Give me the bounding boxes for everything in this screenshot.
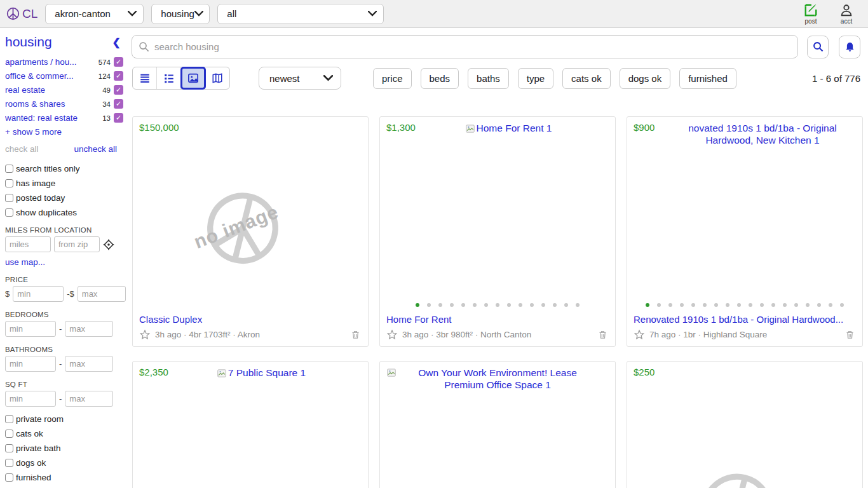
zip-input[interactable] [54, 236, 100, 252]
geolocate-icon[interactable] [103, 239, 114, 250]
listing-card[interactable]: $2,350 7 Public Square 1 [132, 361, 369, 488]
filter-price-button[interactable]: price [373, 68, 412, 89]
carousel-dot[interactable] [771, 303, 775, 307]
filter-beds-button[interactable]: beds [421, 68, 459, 89]
miles-input[interactable] [5, 236, 51, 252]
search-button[interactable] [807, 36, 829, 58]
carousel-dot[interactable] [691, 303, 695, 307]
account-button[interactable]: acct [832, 3, 860, 25]
section-select[interactable]: housing [151, 4, 210, 24]
carousel-dot[interactable] [553, 303, 557, 307]
filter-cats-ok-button[interactable]: cats ok [562, 68, 611, 89]
carousel-dot[interactable] [726, 303, 729, 307]
listing-title[interactable]: Classic Duplex [133, 314, 368, 325]
listing-title[interactable]: Renovated 1910s 1 bd/1ba - Original Hard… [627, 314, 862, 325]
toggle-private-room[interactable]: private room [5, 414, 123, 424]
carousel-dots[interactable] [627, 302, 862, 308]
checkbox[interactable] [5, 473, 13, 482]
checkbox[interactable] [5, 194, 13, 202]
toggle-show-duplicates[interactable]: show duplicates [5, 208, 123, 217]
category-select[interactable]: all [217, 4, 384, 24]
trash-icon[interactable] [845, 329, 855, 340]
carousel-dot[interactable] [473, 303, 477, 307]
filter-type-button[interactable]: type [518, 68, 553, 89]
carousel-dot[interactable] [737, 303, 741, 307]
listing-card[interactable]: $150,000 no image Classic Duplex 3h ago … [132, 116, 369, 347]
category-label[interactable]: rooms & shares [5, 99, 100, 109]
favorite-star-icon[interactable] [634, 329, 645, 340]
filter-dogs-ok-button[interactable]: dogs ok [620, 68, 671, 89]
price-max-input[interactable] [78, 286, 126, 302]
carousel-dot[interactable] [576, 303, 580, 307]
carousel-dot[interactable] [783, 303, 787, 307]
area-select[interactable]: akron-canton [45, 4, 144, 24]
category-label[interactable]: real estate [5, 85, 100, 95]
favorite-star-icon[interactable] [386, 329, 398, 340]
sidebar-item-office-commercial[interactable]: office & commer... 124 ✓ [5, 71, 123, 81]
carousel-dot[interactable] [496, 303, 499, 307]
carousel-dot[interactable] [484, 303, 488, 307]
craigslist-logo[interactable]: CL [6, 7, 37, 21]
category-checkbox-checked[interactable]: ✓ [114, 99, 123, 109]
bathrooms-min-input[interactable] [5, 356, 56, 372]
use-map-link[interactable]: use map... [5, 257, 123, 267]
post-button[interactable]: post [797, 3, 825, 25]
carousel-dot[interactable] [461, 303, 465, 307]
carousel-dot[interactable] [829, 303, 832, 307]
toggle-search-titles-only[interactable]: search titles only [5, 164, 123, 173]
toggle-cats-ok[interactable]: cats ok [5, 429, 123, 438]
checkbox[interactable] [5, 165, 13, 173]
trash-icon[interactable] [351, 329, 360, 340]
bedrooms-min-input[interactable] [5, 321, 56, 337]
category-label[interactable]: wanted: real estate [5, 113, 100, 123]
list-view-button[interactable] [133, 67, 157, 89]
detail-view-button[interactable] [157, 67, 181, 89]
carousel-dot[interactable] [794, 303, 798, 307]
carousel-dot[interactable] [416, 303, 419, 307]
listing-title[interactable]: Home For Rent [380, 314, 615, 325]
trash-icon[interactable] [598, 329, 607, 340]
category-label[interactable]: apartments / hou... [5, 57, 96, 67]
checkbox[interactable] [5, 444, 13, 452]
sidebar-item-wanted-real-estate[interactable]: wanted: real estate 13 ✓ [5, 113, 123, 123]
carousel-dot[interactable] [541, 303, 545, 307]
sqft-min-input[interactable] [5, 391, 56, 407]
carousel-dot[interactable] [817, 303, 821, 307]
checkbox[interactable] [5, 179, 13, 187]
carousel-dot[interactable] [668, 303, 672, 307]
carousel-dot[interactable] [749, 303, 752, 307]
collapse-sidebar-icon[interactable]: ❮ [112, 36, 123, 48]
listing-card[interactable]: Own Your Work Environment! Lease Premium… [379, 361, 616, 488]
check-all-link[interactable]: check all [5, 144, 39, 154]
filter-furnished-button[interactable]: furnished [679, 68, 736, 89]
search-box[interactable] [132, 35, 798, 58]
checkbox[interactable] [5, 415, 13, 423]
toggle-has-image[interactable]: has image [5, 179, 123, 188]
category-checkbox-checked[interactable]: ✓ [114, 113, 123, 123]
toggle-dogs-ok[interactable]: dogs ok [5, 458, 123, 468]
bathrooms-max-input[interactable] [65, 356, 113, 372]
checkbox[interactable] [5, 208, 13, 217]
bedrooms-max-input[interactable] [65, 321, 113, 337]
category-checkbox-checked[interactable]: ✓ [114, 57, 123, 67]
category-checkbox-checked[interactable]: ✓ [114, 85, 123, 95]
carousel-dot[interactable] [840, 303, 844, 307]
carousel-dot[interactable] [438, 303, 442, 307]
toggle-furnished[interactable]: furnished [5, 473, 123, 482]
carousel-dot[interactable] [507, 303, 511, 307]
carousel-dot[interactable] [806, 303, 810, 307]
search-input[interactable] [154, 41, 791, 52]
category-label[interactable]: office & commer... [5, 71, 96, 81]
carousel-dots[interactable] [380, 302, 615, 308]
carousel-dot[interactable] [703, 303, 707, 307]
show-more-link[interactable]: + show 5 more [5, 127, 123, 137]
listing-card[interactable]: $900 novated 1910s 1 bd/1ba - Original H… [627, 116, 863, 347]
carousel-dot[interactable] [646, 303, 649, 307]
filter-baths-button[interactable]: baths [468, 68, 509, 89]
alerts-bell-button[interactable] [839, 36, 860, 58]
sort-select[interactable]: newest [259, 67, 341, 90]
checkbox[interactable] [5, 459, 13, 467]
carousel-dot[interactable] [519, 303, 522, 307]
map-view-button[interactable] [205, 67, 229, 89]
sidebar-item-real-estate[interactable]: real estate 49 ✓ [5, 85, 123, 95]
